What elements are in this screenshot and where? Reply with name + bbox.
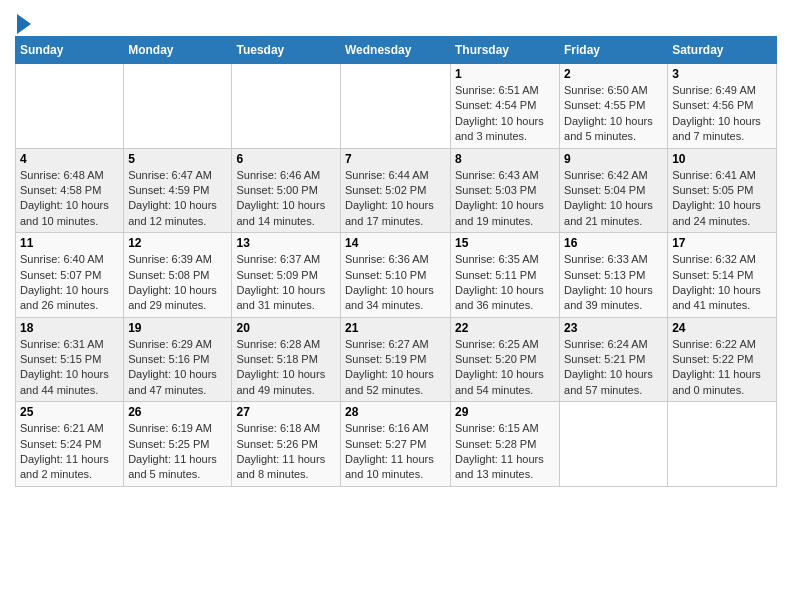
- day-info: Sunrise: 6:44 AM Sunset: 5:02 PM Dayligh…: [345, 168, 446, 230]
- logo-arrow-icon: [17, 14, 31, 34]
- day-number: 9: [564, 152, 663, 166]
- calendar-cell: 13Sunrise: 6:37 AM Sunset: 5:09 PM Dayli…: [232, 233, 341, 318]
- calendar-cell: 6Sunrise: 6:46 AM Sunset: 5:00 PM Daylig…: [232, 148, 341, 233]
- day-number: 22: [455, 321, 555, 335]
- day-info: Sunrise: 6:22 AM Sunset: 5:22 PM Dayligh…: [672, 337, 772, 399]
- calendar-cell: 21Sunrise: 6:27 AM Sunset: 5:19 PM Dayli…: [341, 317, 451, 402]
- calendar-cell: 15Sunrise: 6:35 AM Sunset: 5:11 PM Dayli…: [451, 233, 560, 318]
- day-info: Sunrise: 6:40 AM Sunset: 5:07 PM Dayligh…: [20, 252, 119, 314]
- calendar-cell: 27Sunrise: 6:18 AM Sunset: 5:26 PM Dayli…: [232, 402, 341, 487]
- day-header-monday: Monday: [124, 37, 232, 64]
- day-number: 16: [564, 236, 663, 250]
- calendar-header-row: SundayMondayTuesdayWednesdayThursdayFrid…: [16, 37, 777, 64]
- calendar-cell: 23Sunrise: 6:24 AM Sunset: 5:21 PM Dayli…: [560, 317, 668, 402]
- day-number: 24: [672, 321, 772, 335]
- day-info: Sunrise: 6:35 AM Sunset: 5:11 PM Dayligh…: [455, 252, 555, 314]
- day-info: Sunrise: 6:31 AM Sunset: 5:15 PM Dayligh…: [20, 337, 119, 399]
- day-number: 8: [455, 152, 555, 166]
- day-number: 12: [128, 236, 227, 250]
- logo: [15, 14, 31, 30]
- week-row-3: 11Sunrise: 6:40 AM Sunset: 5:07 PM Dayli…: [16, 233, 777, 318]
- day-info: Sunrise: 6:29 AM Sunset: 5:16 PM Dayligh…: [128, 337, 227, 399]
- day-header-sunday: Sunday: [16, 37, 124, 64]
- calendar-cell: 8Sunrise: 6:43 AM Sunset: 5:03 PM Daylig…: [451, 148, 560, 233]
- day-info: Sunrise: 6:37 AM Sunset: 5:09 PM Dayligh…: [236, 252, 336, 314]
- calendar-cell: [16, 64, 124, 149]
- day-number: 18: [20, 321, 119, 335]
- day-number: 21: [345, 321, 446, 335]
- calendar-cell: 11Sunrise: 6:40 AM Sunset: 5:07 PM Dayli…: [16, 233, 124, 318]
- calendar-cell: [668, 402, 777, 487]
- day-header-friday: Friday: [560, 37, 668, 64]
- day-info: Sunrise: 6:33 AM Sunset: 5:13 PM Dayligh…: [564, 252, 663, 314]
- day-header-wednesday: Wednesday: [341, 37, 451, 64]
- day-info: Sunrise: 6:18 AM Sunset: 5:26 PM Dayligh…: [236, 421, 336, 483]
- calendar-cell: 20Sunrise: 6:28 AM Sunset: 5:18 PM Dayli…: [232, 317, 341, 402]
- day-info: Sunrise: 6:21 AM Sunset: 5:24 PM Dayligh…: [20, 421, 119, 483]
- day-number: 6: [236, 152, 336, 166]
- day-number: 4: [20, 152, 119, 166]
- day-info: Sunrise: 6:48 AM Sunset: 4:58 PM Dayligh…: [20, 168, 119, 230]
- day-info: Sunrise: 6:32 AM Sunset: 5:14 PM Dayligh…: [672, 252, 772, 314]
- calendar-cell: 7Sunrise: 6:44 AM Sunset: 5:02 PM Daylig…: [341, 148, 451, 233]
- day-number: 26: [128, 405, 227, 419]
- calendar-cell: 26Sunrise: 6:19 AM Sunset: 5:25 PM Dayli…: [124, 402, 232, 487]
- day-info: Sunrise: 6:47 AM Sunset: 4:59 PM Dayligh…: [128, 168, 227, 230]
- calendar-cell: 12Sunrise: 6:39 AM Sunset: 5:08 PM Dayli…: [124, 233, 232, 318]
- calendar-cell: 4Sunrise: 6:48 AM Sunset: 4:58 PM Daylig…: [16, 148, 124, 233]
- day-header-saturday: Saturday: [668, 37, 777, 64]
- day-number: 28: [345, 405, 446, 419]
- day-info: Sunrise: 6:28 AM Sunset: 5:18 PM Dayligh…: [236, 337, 336, 399]
- calendar-cell: [341, 64, 451, 149]
- day-number: 13: [236, 236, 336, 250]
- day-number: 15: [455, 236, 555, 250]
- week-row-1: 1Sunrise: 6:51 AM Sunset: 4:54 PM Daylig…: [16, 64, 777, 149]
- calendar-cell: 24Sunrise: 6:22 AM Sunset: 5:22 PM Dayli…: [668, 317, 777, 402]
- calendar-cell: 9Sunrise: 6:42 AM Sunset: 5:04 PM Daylig…: [560, 148, 668, 233]
- calendar-cell: 3Sunrise: 6:49 AM Sunset: 4:56 PM Daylig…: [668, 64, 777, 149]
- page-header: [15, 10, 777, 30]
- day-number: 1: [455, 67, 555, 81]
- day-number: 14: [345, 236, 446, 250]
- day-number: 20: [236, 321, 336, 335]
- calendar-table: SundayMondayTuesdayWednesdayThursdayFrid…: [15, 36, 777, 487]
- calendar-cell: [232, 64, 341, 149]
- day-info: Sunrise: 6:49 AM Sunset: 4:56 PM Dayligh…: [672, 83, 772, 145]
- calendar-cell: [124, 64, 232, 149]
- day-header-thursday: Thursday: [451, 37, 560, 64]
- day-number: 5: [128, 152, 227, 166]
- day-info: Sunrise: 6:51 AM Sunset: 4:54 PM Dayligh…: [455, 83, 555, 145]
- day-number: 29: [455, 405, 555, 419]
- week-row-2: 4Sunrise: 6:48 AM Sunset: 4:58 PM Daylig…: [16, 148, 777, 233]
- calendar-cell: 17Sunrise: 6:32 AM Sunset: 5:14 PM Dayli…: [668, 233, 777, 318]
- day-info: Sunrise: 6:46 AM Sunset: 5:00 PM Dayligh…: [236, 168, 336, 230]
- calendar-cell: 5Sunrise: 6:47 AM Sunset: 4:59 PM Daylig…: [124, 148, 232, 233]
- calendar-cell: 16Sunrise: 6:33 AM Sunset: 5:13 PM Dayli…: [560, 233, 668, 318]
- day-info: Sunrise: 6:36 AM Sunset: 5:10 PM Dayligh…: [345, 252, 446, 314]
- day-number: 11: [20, 236, 119, 250]
- day-number: 17: [672, 236, 772, 250]
- day-number: 3: [672, 67, 772, 81]
- calendar-cell: 1Sunrise: 6:51 AM Sunset: 4:54 PM Daylig…: [451, 64, 560, 149]
- calendar-cell: 22Sunrise: 6:25 AM Sunset: 5:20 PM Dayli…: [451, 317, 560, 402]
- day-info: Sunrise: 6:24 AM Sunset: 5:21 PM Dayligh…: [564, 337, 663, 399]
- day-info: Sunrise: 6:41 AM Sunset: 5:05 PM Dayligh…: [672, 168, 772, 230]
- day-number: 2: [564, 67, 663, 81]
- calendar-cell: 25Sunrise: 6:21 AM Sunset: 5:24 PM Dayli…: [16, 402, 124, 487]
- calendar-cell: [560, 402, 668, 487]
- day-number: 25: [20, 405, 119, 419]
- calendar-cell: 14Sunrise: 6:36 AM Sunset: 5:10 PM Dayli…: [341, 233, 451, 318]
- day-info: Sunrise: 6:50 AM Sunset: 4:55 PM Dayligh…: [564, 83, 663, 145]
- day-info: Sunrise: 6:16 AM Sunset: 5:27 PM Dayligh…: [345, 421, 446, 483]
- calendar-cell: 28Sunrise: 6:16 AM Sunset: 5:27 PM Dayli…: [341, 402, 451, 487]
- day-header-tuesday: Tuesday: [232, 37, 341, 64]
- week-row-5: 25Sunrise: 6:21 AM Sunset: 5:24 PM Dayli…: [16, 402, 777, 487]
- day-info: Sunrise: 6:27 AM Sunset: 5:19 PM Dayligh…: [345, 337, 446, 399]
- day-info: Sunrise: 6:42 AM Sunset: 5:04 PM Dayligh…: [564, 168, 663, 230]
- day-number: 10: [672, 152, 772, 166]
- day-info: Sunrise: 6:19 AM Sunset: 5:25 PM Dayligh…: [128, 421, 227, 483]
- day-number: 27: [236, 405, 336, 419]
- calendar-cell: 19Sunrise: 6:29 AM Sunset: 5:16 PM Dayli…: [124, 317, 232, 402]
- week-row-4: 18Sunrise: 6:31 AM Sunset: 5:15 PM Dayli…: [16, 317, 777, 402]
- day-info: Sunrise: 6:39 AM Sunset: 5:08 PM Dayligh…: [128, 252, 227, 314]
